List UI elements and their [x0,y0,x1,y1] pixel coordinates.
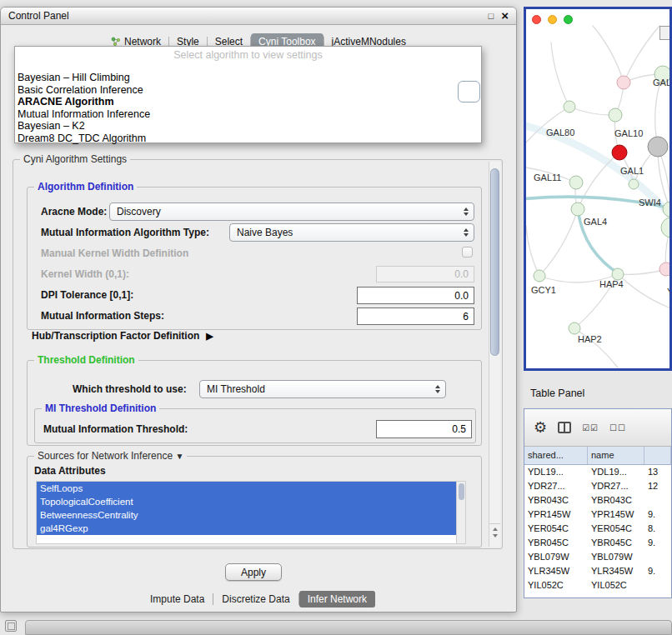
network-node[interactable] [569,176,583,189]
network-node[interactable] [564,101,575,112]
table-row[interactable]: YBR043CYBR043C [524,493,671,508]
titlebar-controls: □ × [489,11,509,21]
attributes-list-items: SelfLoopsTopologicalCoefficientBetweenne… [37,482,465,535]
table-row[interactable]: YER054CYER054C8. [524,522,671,536]
table-row[interactable]: YPR145WYPR145W9. [524,508,671,522]
network-node[interactable] [534,270,545,282]
table-row[interactable]: YDL19...YDL19...13 [524,465,671,479]
algorithm-definition-title: Algorithm Definition [34,181,137,192]
scroll-up-icon[interactable] [493,528,498,531]
algorithm-option[interactable]: Basic Correlation Inference [15,84,481,97]
network-node[interactable] [617,76,630,89]
table-cell: YLR345W [524,564,588,578]
which-threshold-select[interactable]: MI Threshold [199,380,446,398]
settings-scrollbar-thumb[interactable] [490,168,499,356]
table-cell: 9. [644,508,671,522]
kernel-width-field[interactable]: 0.0 [376,266,474,282]
close-traffic-light-icon[interactable] [532,15,541,24]
column-header-name[interactable]: name [588,447,644,464]
table-row[interactable]: YBL079WYBL079W [524,550,671,564]
close-window-icon[interactable]: × [501,12,509,20]
attribute-list-item[interactable]: TopologicalCoefficient [37,495,457,508]
algorithm-option[interactable]: Bayesian – K2 [15,120,481,132]
table-cell: YBL079W [588,550,644,564]
gear-icon[interactable]: ⚙ [534,420,547,435]
column-header-extra[interactable] [644,447,671,464]
network-edge [593,26,624,82]
attribute-list-item[interactable]: SelfLoops [37,482,457,495]
dpi-tolerance-field[interactable]: 0.0 [357,287,474,304]
deselect-checks-icon[interactable]: ☐☐ [609,423,626,432]
table-cell: YBR043C [588,493,644,508]
attributes-list-scrollbar[interactable] [456,482,465,543]
network-node[interactable] [629,179,639,189]
apply-button[interactable]: Apply [225,563,282,581]
popup-placeholder: Select algorithm to view settings [15,49,481,63]
attribute-list-item[interactable]: gal4RGexp [37,522,457,535]
table-cell: 13 [644,465,671,479]
network-node[interactable] [612,145,627,160]
manual-kernel-width-checkbox[interactable] [462,247,473,258]
network-graph[interactable]: GAL80GALGAL10GAL11GAL1SWI4GAL4GCY1HAP4HA… [526,9,669,368]
table-row[interactable]: YIL052CYIL052C [524,578,671,592]
float-window-icon[interactable]: □ [489,11,494,21]
settings-scrollbar[interactable] [489,162,500,547]
scroll-down-icon[interactable] [493,534,498,538]
network-node[interactable] [659,262,669,276]
column-header-shared-name[interactable]: shared... [524,447,588,464]
algorithm-option[interactable]: Dream8 DC_TDC Algorithm [15,132,481,145]
algorithm-option[interactable]: ARACNE Algorithm [15,96,481,108]
mi-algorithm-type-select[interactable]: Naive Bayes [229,223,474,242]
scrollbar-thumb[interactable] [459,483,464,500]
network-node-label: HAP2 [578,334,602,344]
tab-impute-data[interactable]: Impute Data [142,591,213,608]
aracne-mode-select[interactable]: Discovery [109,202,474,221]
algorithm-option[interactable]: Bayesian – Hill Climbing [15,72,481,84]
network-node[interactable] [612,268,624,280]
table-cell: YIL052C [588,578,644,592]
tab-infer-network[interactable]: Infer Network [299,591,375,608]
sources-title-text: Sources for Network Inference [38,450,173,462]
mi-threshold-label: Mutual Information Threshold: [43,423,188,435]
manual-kernel-width-label: Manual Kernel Width Definition [41,248,188,259]
control-panel-titlebar[interactable]: Control Panel □ × [1,8,516,25]
hub-definition-toggle[interactable]: Hub/Transcription Factor Definition ▶ [32,330,213,342]
table-cell [644,578,671,592]
view-corner-box[interactable] [659,26,670,40]
collapsed-panel-bar[interactable] [25,620,672,635]
attribute-list-item[interactable]: BetweennessCentrality [37,508,457,522]
network-node[interactable] [569,322,580,334]
table-body: YDL19...YDL19...13YDR27...YDR27...12YBR0… [524,465,671,592]
select-all-checks-icon[interactable]: ☑☑ [582,423,599,432]
tab-discretize-data[interactable]: Discretize Data [213,591,298,608]
table-row[interactable]: YLR345WYLR345W9. [524,564,671,578]
table-row[interactable]: YBR045CYBR045C9. [524,536,671,550]
table-cell: 9. [644,564,671,578]
settings-scrollbar-arrows[interactable] [489,523,500,545]
minimize-traffic-light-icon[interactable] [548,15,557,24]
network-node-label: GCY1 [531,285,556,295]
network-node[interactable] [648,137,668,157]
algorithm-option[interactable]: Mutual Information Inference [15,108,481,121]
network-view-window[interactable]: GAL80GALGAL10GAL11GAL1SWI4GAL4GCY1HAP4HA… [524,7,672,371]
network-node[interactable] [609,108,622,122]
table-cell: YIL052C [524,578,588,592]
table-cell: YBR045C [524,536,588,550]
panel-corner-button[interactable] [5,620,17,632]
network-node[interactable] [661,218,669,238]
combo-arrows-icon [464,228,469,237]
zoom-traffic-light-icon[interactable] [564,15,573,24]
mi-steps-value: 6 [463,311,469,322]
mi-steps-field[interactable]: 6 [357,308,474,325]
attributes-list[interactable]: SelfLoopsTopologicalCoefficientBetweenne… [36,481,466,544]
table-row[interactable]: YDR27...YDR27...12 [524,479,671,493]
columns-icon[interactable] [558,422,571,433]
table-cell: YDL19... [588,465,644,479]
cyni-algorithm-settings-group: Cyni Algorithm Settings Algorithm Defini… [13,159,503,549]
table-panel-toolbar: ⚙ ☑☑ ☐☐ [524,409,671,447]
mi-threshold-field[interactable]: 0.5 [376,420,472,438]
mi-threshold-value: 0.5 [452,423,466,435]
dpi-tolerance-value: 0.0 [454,290,469,302]
network-node[interactable] [571,202,584,216]
sources-group-title[interactable]: Sources for Network Inference ▼ [34,450,187,462]
